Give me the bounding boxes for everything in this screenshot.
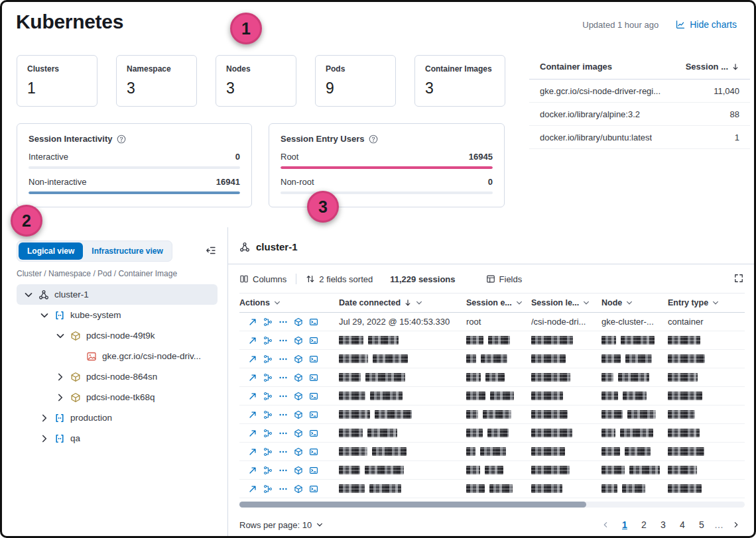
chevron-right-icon[interactable] — [55, 392, 66, 403]
page-button-5[interactable]: 5 — [693, 516, 710, 533]
more-actions-icon[interactable] — [279, 466, 288, 475]
tree-item-gke-gcr-io-csi-node-driv[interactable]: gke.gcr.io/csi-node-driv... — [17, 346, 218, 366]
rows-per-page-button[interactable]: Rows per page: 10 — [239, 520, 324, 530]
more-actions-icon[interactable] — [279, 373, 288, 382]
cell-date — [339, 429, 466, 437]
analyze-event-icon[interactable] — [294, 410, 303, 419]
help-icon[interactable] — [369, 134, 378, 144]
analyze-event-icon[interactable] — [294, 392, 303, 401]
chevron-down-icon[interactable] — [39, 310, 50, 321]
tree-item-pdcsi-node-864sn[interactable]: pdcsi-node-864sn — [17, 366, 218, 387]
session-viewer-icon[interactable] — [309, 336, 318, 345]
analyze-event-icon[interactable] — [294, 336, 303, 345]
session-viewer-icon[interactable] — [309, 466, 318, 475]
expand-session-icon[interactable] — [248, 410, 257, 419]
expand-session-icon[interactable] — [248, 429, 257, 438]
analyze-event-icon[interactable] — [294, 354, 303, 364]
fields-sorted-button[interactable]: 2 fields sorted — [306, 274, 373, 284]
session-viewer-icon[interactable] — [309, 484, 318, 494]
session-row — [239, 350, 745, 368]
process-tree-icon[interactable] — [263, 336, 273, 345]
more-actions-icon[interactable] — [279, 447, 288, 457]
view-toggle-group: Logical view Infrastructure view — [17, 241, 172, 262]
more-actions-icon[interactable] — [279, 317, 288, 327]
horizontal-scrollbar-thumb[interactable] — [239, 502, 586, 508]
column-header-entry-type[interactable]: Entry type — [668, 298, 737, 307]
horizontal-scrollbar-track — [239, 502, 745, 508]
expand-session-icon[interactable] — [248, 466, 257, 475]
process-tree-icon[interactable] — [263, 392, 273, 401]
more-actions-icon[interactable] — [279, 336, 288, 345]
more-actions-icon[interactable] — [279, 429, 288, 438]
next-page-button[interactable] — [727, 516, 745, 533]
session-count-sort-button[interactable]: Session ... — [686, 62, 739, 72]
session-viewer-icon[interactable] — [309, 317, 318, 327]
page-button-4[interactable]: 4 — [674, 516, 691, 533]
expand-session-icon[interactable] — [248, 392, 257, 401]
column-header-session-le[interactable]: Session le... — [531, 298, 601, 307]
redacted-value — [489, 484, 513, 493]
chevron-down-icon[interactable] — [55, 331, 66, 341]
tree-item-pdcsi-node-49t9k[interactable]: pdcsi-node-49t9k — [17, 325, 218, 346]
expand-session-icon[interactable] — [248, 447, 257, 457]
help-icon[interactable] — [117, 134, 126, 144]
process-tree-icon[interactable] — [263, 410, 273, 419]
columns-button[interactable]: Columns — [239, 274, 286, 284]
process-tree-icon[interactable] — [263, 447, 273, 457]
more-actions-icon[interactable] — [279, 392, 288, 401]
breadcrumb: Cluster / Namespace / Pod / Container Im… — [17, 269, 218, 278]
chevron-down-icon[interactable] — [23, 290, 34, 300]
tree-item-cluster-1[interactable]: cluster-1 — [17, 284, 218, 305]
column-header-node[interactable]: Node — [601, 298, 668, 307]
analyze-event-icon[interactable] — [294, 466, 303, 475]
tree-item-pdcsi-node-tk68q[interactable]: pdcsi-node-tk68q — [17, 387, 218, 407]
analyze-event-icon[interactable] — [294, 484, 303, 494]
session-viewer-icon[interactable] — [309, 429, 318, 438]
process-tree-icon[interactable] — [263, 354, 273, 364]
more-actions-icon[interactable] — [279, 410, 288, 419]
tree-item-kube-system[interactable]: kube-system — [17, 305, 218, 325]
process-tree-icon[interactable] — [263, 429, 273, 438]
chevron-right-icon[interactable] — [55, 372, 66, 382]
pod-icon — [70, 331, 81, 341]
expand-session-icon[interactable] — [248, 484, 257, 494]
session-viewer-icon[interactable] — [309, 354, 318, 364]
more-actions-icon[interactable] — [279, 354, 288, 364]
process-tree-icon[interactable] — [263, 484, 273, 494]
chevron-right-icon[interactable] — [39, 433, 50, 444]
fields-button[interactable]: Fields — [486, 274, 523, 284]
expand-session-icon[interactable] — [248, 336, 257, 345]
expand-session-icon[interactable] — [248, 317, 257, 327]
previous-page-button[interactable] — [597, 516, 614, 533]
page-button-1[interactable]: 1 — [616, 516, 633, 533]
analyze-event-icon[interactable] — [294, 429, 303, 438]
expand-session-icon[interactable] — [248, 373, 257, 382]
analyze-event-icon[interactable] — [294, 317, 303, 327]
session-viewer-icon[interactable] — [309, 447, 318, 457]
process-tree-icon[interactable] — [263, 466, 273, 475]
column-header-date-connected[interactable]: Date connected — [339, 298, 466, 307]
expand-session-icon[interactable] — [248, 354, 257, 364]
collapse-tree-button[interactable] — [204, 244, 218, 259]
more-actions-icon[interactable] — [279, 484, 288, 494]
analyze-event-icon[interactable] — [294, 447, 303, 457]
fullscreen-button[interactable] — [733, 272, 745, 286]
page-button-2[interactable]: 2 — [635, 516, 653, 533]
session-viewer-icon[interactable] — [309, 392, 318, 401]
updated-timestamp: Updated 1 hour ago — [582, 20, 659, 30]
tree-item-production[interactable]: production — [17, 407, 218, 428]
process-tree-icon[interactable] — [263, 373, 273, 382]
infrastructure-view-button[interactable]: Infrastructure view — [84, 242, 170, 260]
chevron-right-icon[interactable] — [39, 413, 50, 423]
session-viewer-icon[interactable] — [309, 373, 318, 382]
column-header-session-e[interactable]: Session e... — [466, 298, 531, 307]
hide-charts-button[interactable]: Hide charts — [676, 19, 737, 30]
page-button-3[interactable]: 3 — [655, 516, 672, 533]
tree-item-qa[interactable]: qa — [17, 428, 218, 449]
logical-view-button[interactable]: Logical view — [19, 242, 83, 260]
session-viewer-icon[interactable] — [309, 410, 318, 419]
process-tree-icon[interactable] — [263, 317, 273, 327]
analyze-event-icon[interactable] — [294, 373, 303, 382]
column-header-actions[interactable]: Actions — [239, 298, 339, 307]
container-image-row: docker.io/library/alpine:3.288 — [529, 103, 750, 126]
